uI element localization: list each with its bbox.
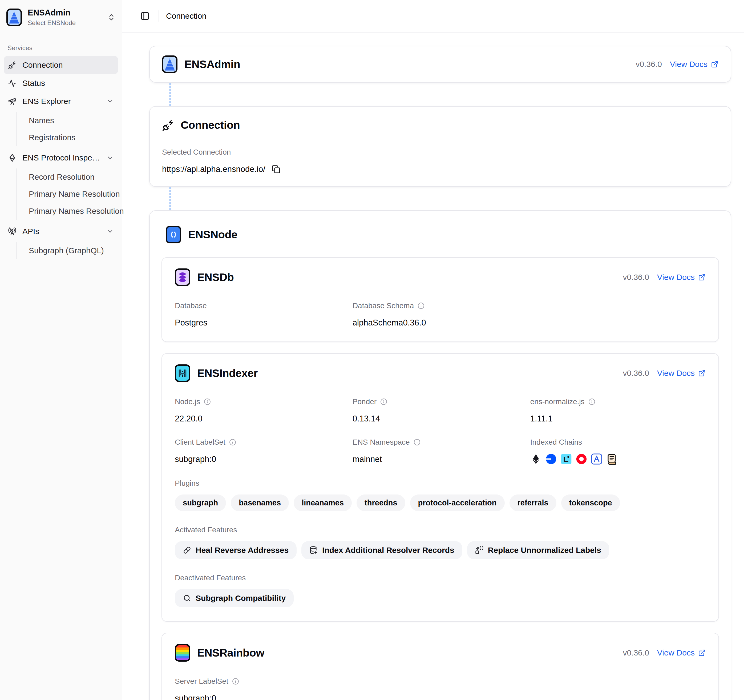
breadcrumb: Connection	[166, 12, 207, 21]
sidebar-item-label: APIs	[22, 227, 100, 236]
field-database-schema: Database SchemaalphaSchema0.36.0	[353, 301, 519, 328]
field-client-labelset: Client LabelSetsubgraph:0	[175, 438, 342, 465]
ensindexer-card: ENSIndexer v0.36.0 View Docs Node.js22.2…	[161, 353, 719, 622]
plugins-list: subgraphbasenameslineanamesthreednsproto…	[175, 494, 705, 511]
external-link-icon	[698, 649, 705, 657]
plugin-badge-subgraph: subgraph	[175, 494, 226, 511]
field-label: Client LabelSet	[175, 438, 225, 447]
connection-url: https://api.alpha.ensnode.io/	[162, 164, 265, 174]
field-label: Node.js	[175, 398, 200, 406]
ensindexer-card-title: ENSIndexer	[197, 367, 258, 380]
app-root: ENSAdmin Select ENSNode Services Connect…	[0, 0, 744, 700]
field-node-js: Node.js22.20.0	[175, 398, 342, 424]
field-label: Database Schema	[353, 301, 414, 310]
feature-label: Subgraph Compatibility	[196, 594, 286, 603]
ensrainbow-fields: Server LabelSetsubgraph:0	[175, 677, 705, 700]
activity-icon	[8, 79, 16, 88]
sidebar-subsection-ens-protocol-inspector: Record ResolutionPrimary Name Resolution…	[16, 168, 118, 220]
ensdb-fields: DatabasePostgresDatabase SchemaalphaSche…	[175, 301, 705, 328]
ensnode-card: ENSNode ENSDb	[149, 210, 731, 700]
sidebar-item-names[interactable]: Names	[25, 112, 118, 129]
field-value: 0.13.14	[353, 414, 519, 424]
feature-badge-heal-reverse-addresses: Heal Reverse Addresses	[175, 541, 296, 559]
sidebar-item-registrations[interactable]: Registrations	[25, 129, 118, 146]
ensindexer-view-docs-link[interactable]: View Docs	[657, 369, 705, 378]
feature-badge-replace-unnormalized-labels: Replace Unnormalized Labels	[467, 541, 609, 559]
sidebar-item-subgraph-graphql[interactable]: Subgraph (GraphQL)	[25, 242, 118, 259]
plugin-badge-referrals: referrals	[509, 494, 557, 511]
activated-features-list: Heal Reverse AddressesIndex Additional R…	[175, 541, 705, 559]
info-icon[interactable]	[588, 398, 595, 405]
ensdb-icon	[175, 268, 190, 286]
field-label: Database	[175, 301, 207, 310]
ensnode-icon	[166, 226, 181, 243]
ensadmin-card-title: ENSAdmin	[185, 58, 240, 71]
radio-tower-icon	[8, 227, 16, 236]
info-icon[interactable]	[414, 439, 421, 446]
plugins-label: Plugins	[175, 479, 705, 487]
info-icon[interactable]	[232, 678, 239, 685]
ensadmin-view-docs-link[interactable]: View Docs	[670, 60, 719, 69]
info-icon[interactable]	[229, 439, 236, 446]
chain-base-icon	[546, 453, 557, 465]
field-label: ens-normalize.js	[530, 398, 585, 406]
view-docs-label: View Docs	[670, 60, 707, 69]
plug-zap-icon	[8, 61, 16, 69]
field-label: Ponder	[353, 398, 376, 406]
connector-line-2	[170, 187, 171, 210]
sidebar-item-label: Connection	[22, 61, 114, 70]
field-server-labelset: Server LabelSetsubgraph:0	[175, 677, 342, 700]
bandage-icon	[183, 546, 191, 554]
external-link-icon	[698, 369, 705, 377]
field-value: subgraph:0	[175, 454, 342, 464]
chevron-down-icon	[106, 228, 114, 235]
ensadmin-logo-icon	[6, 9, 22, 26]
field-ens-namespace: ENS Namespacemainnet	[353, 438, 519, 465]
ensdb-view-docs-link[interactable]: View Docs	[657, 273, 705, 282]
connector-line-1	[170, 83, 171, 106]
external-link-icon	[711, 61, 719, 68]
sidebar-item-primary-names-resolution[interactable]: Primary Names Resolution	[25, 203, 118, 220]
chain-linea-icon	[561, 453, 572, 465]
sidebar-item-primary-name-resolution[interactable]: Primary Name Resolution	[25, 186, 118, 203]
plugin-badge-tokenscope: tokenscope	[561, 494, 620, 511]
ensrainbow-view-docs-link[interactable]: View Docs	[657, 648, 705, 657]
connection-card: Connection Selected Connection https://a…	[149, 106, 731, 187]
copy-icon	[272, 165, 280, 174]
sidebar-item-ens-protocol-inspector[interactable]: ENS Protocol Inspector	[4, 149, 118, 167]
sidebar-nav: ConnectionStatusENS ExplorerNamesRegistr…	[4, 56, 118, 262]
copy-url-button[interactable]	[272, 165, 280, 174]
indexed-chains-list	[530, 453, 705, 465]
ensindexer-fields: Node.js22.20.0Ponder0.13.14ens-normalize…	[175, 398, 705, 465]
view-docs-label: View Docs	[657, 648, 695, 657]
plugin-badge-threedns: threedns	[357, 494, 405, 511]
plugin-badge-lineanames: lineanames	[294, 494, 352, 511]
chain-ethereum-icon	[530, 453, 542, 465]
page-content: ENSAdmin v0.36.0 View Docs Connection	[122, 33, 744, 700]
sidebar-item-record-resolution[interactable]: Record Resolution	[25, 168, 118, 186]
info-icon[interactable]	[204, 398, 211, 405]
ensadmin-version: v0.36.0	[635, 60, 662, 69]
sidebar-item-apis[interactable]: APIs	[4, 222, 118, 240]
app-title: ENSAdmin	[28, 8, 76, 18]
panel-left-icon	[140, 12, 149, 21]
view-docs-label: View Docs	[657, 273, 695, 282]
info-icon[interactable]	[418, 302, 424, 309]
sidebar-item-status[interactable]: Status	[4, 74, 118, 92]
database-plus-icon	[310, 546, 318, 554]
sidebar-subsection-apis: Subgraph (GraphQL)	[16, 242, 118, 259]
sidebar-toggle-button[interactable]	[138, 9, 152, 23]
view-docs-label: View Docs	[657, 369, 695, 378]
ensrainbow-card-title: ENSRainbow	[197, 647, 264, 659]
field-indexed-chains: Indexed Chains	[530, 438, 705, 465]
sidebar-item-ens-explorer[interactable]: ENS Explorer	[4, 92, 118, 110]
indexed-chains-label: Indexed Chains	[530, 438, 582, 447]
ensnode-selector[interactable]: ENSAdmin Select ENSNode	[4, 5, 118, 30]
plugin-badge-protocol-acceleration: protocol-acceleration	[410, 494, 505, 511]
field-value: alphaSchema0.36.0	[353, 318, 519, 328]
info-icon[interactable]	[380, 398, 387, 405]
sidebar-item-connection[interactable]: Connection	[4, 56, 118, 74]
sidebar-item-label: Status	[22, 79, 114, 88]
ensdb-version: v0.36.0	[623, 273, 649, 282]
feature-label: Replace Unnormalized Labels	[488, 546, 601, 555]
